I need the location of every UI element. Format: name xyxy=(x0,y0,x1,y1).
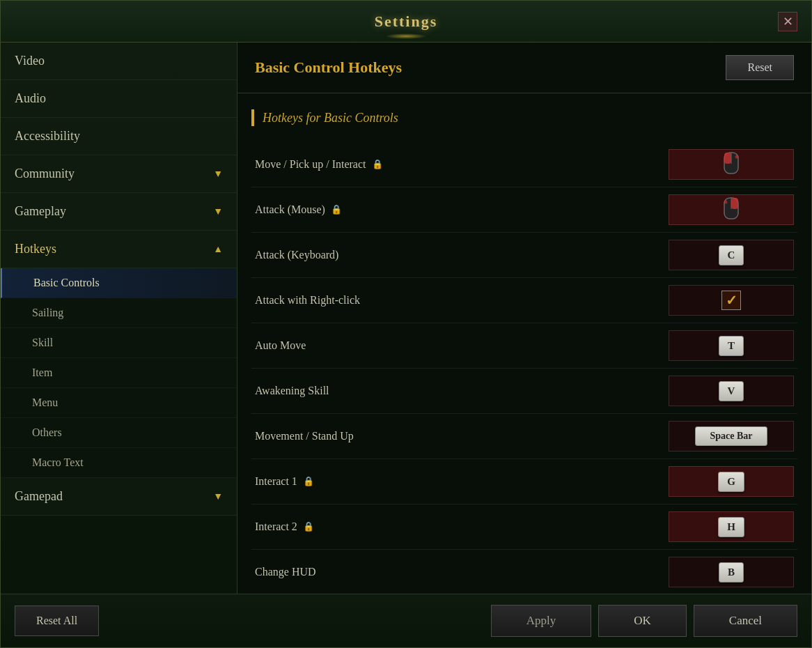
right-panel: Basic Control Hotkeys Reset Hotkeys for … xyxy=(237,43,811,594)
svg-point-7 xyxy=(724,201,728,204)
hotkey-label: Attack with Right-click xyxy=(255,294,360,307)
sub-item-label: Menu xyxy=(32,396,58,408)
reset-all-button[interactable]: Reset All xyxy=(15,605,99,636)
svg-rect-2 xyxy=(724,153,731,164)
section-header: Hotkeys for Basic Controls xyxy=(251,104,797,132)
sidebar-item-video[interactable]: Video xyxy=(1,43,237,80)
reset-button[interactable]: Reset xyxy=(726,55,794,80)
sidebar-item-label: Gameplay xyxy=(15,204,66,219)
key-badge: C xyxy=(719,245,744,265)
table-row: Auto Move T xyxy=(251,323,797,369)
cancel-button[interactable]: Cancel xyxy=(694,605,797,637)
sidebar-sub-item-menu[interactable]: Menu xyxy=(1,388,237,418)
chevron-down-icon: ▼ xyxy=(213,206,223,217)
table-row: Attack with Right-click ✓ xyxy=(251,278,797,323)
hotkey-binding[interactable] xyxy=(669,149,794,180)
sub-item-label: Sailing xyxy=(32,307,63,318)
hotkey-label: Movement / Stand Up xyxy=(255,430,354,442)
hotkey-label: Interact 1 🔒 xyxy=(255,475,314,488)
sidebar-item-label: Video xyxy=(15,54,45,68)
bottom-action-buttons: Apply OK Cancel xyxy=(491,605,797,637)
sidebar-sub-item-skill[interactable]: Skill xyxy=(1,328,237,358)
sidebar-sub-item-sailing[interactable]: Sailing xyxy=(1,298,237,328)
sidebar-item-gameplay[interactable]: Gameplay ▼ xyxy=(1,193,237,231)
lock-icon: 🔒 xyxy=(372,159,383,170)
sidebar-item-audio[interactable]: Audio xyxy=(1,80,237,118)
table-row: Attack (Mouse) 🔒 xyxy=(251,187,797,233)
mouse-right-icon xyxy=(721,196,741,223)
chevron-down-icon: ▼ xyxy=(213,491,223,502)
sidebar-item-label: Accessibility xyxy=(15,129,80,144)
sub-item-label: Others xyxy=(32,426,62,438)
sidebar-item-label: Hotkeys xyxy=(15,242,56,256)
hotkey-binding[interactable]: H xyxy=(669,511,794,542)
table-row: Interact 2 🔒 H xyxy=(251,504,797,550)
sidebar-item-label: Community xyxy=(15,167,75,181)
svg-point-3 xyxy=(735,155,739,159)
hotkey-label: Interact 2 🔒 xyxy=(255,520,314,533)
sidebar-item-gamepad[interactable]: Gamepad ▼ xyxy=(1,478,237,516)
key-badge: Space Bar xyxy=(695,426,767,446)
title-bar: Settings ✕ xyxy=(1,1,811,43)
table-row: Awakening Skill V xyxy=(251,369,797,414)
section-bar-decoration xyxy=(251,109,254,126)
svg-rect-6 xyxy=(731,198,738,209)
key-badge: V xyxy=(719,381,744,401)
key-badge: B xyxy=(719,562,744,583)
sidebar-sub-item-item[interactable]: Item xyxy=(1,358,237,388)
key-badge: H xyxy=(718,517,744,537)
checkmark-icon: ✓ xyxy=(726,292,737,309)
hotkey-label: Auto Move xyxy=(255,339,306,352)
chevron-down-icon: ▼ xyxy=(213,169,223,180)
hotkeys-content: Hotkeys for Basic Controls Move / Pick u… xyxy=(237,93,811,594)
table-row: Movement / Stand Up Space Bar xyxy=(251,414,797,459)
sub-item-label: Skill xyxy=(32,337,53,348)
panel-title: Basic Control Hotkeys xyxy=(255,59,402,77)
hotkey-label: Attack (Mouse) 🔒 xyxy=(255,203,342,216)
hotkey-binding[interactable]: T xyxy=(669,330,794,361)
hotkey-binding[interactable]: B xyxy=(669,557,794,587)
hotkey-binding[interactable]: ✓ xyxy=(669,285,794,316)
hotkey-binding[interactable]: G xyxy=(669,466,794,497)
close-button[interactable]: ✕ xyxy=(778,12,797,31)
sidebar-sub-item-basic-controls[interactable]: Basic Controls xyxy=(1,268,237,298)
sub-item-label: Item xyxy=(32,367,52,378)
sidebar-sub-item-macro-text[interactable]: Macro Text xyxy=(1,448,237,478)
hotkey-binding[interactable]: Space Bar xyxy=(669,421,794,452)
sidebar-sub-item-others[interactable]: Others xyxy=(1,418,237,448)
mouse-left-icon xyxy=(721,151,741,178)
sidebar-item-community[interactable]: Community ▼ xyxy=(1,155,237,193)
key-badge: G xyxy=(718,472,744,492)
lock-icon: 🔒 xyxy=(303,521,314,532)
hotkey-binding[interactable]: V xyxy=(669,376,794,406)
sidebar: Video Audio Accessibility Community ▼ Ga… xyxy=(1,43,237,594)
lock-icon: 🔒 xyxy=(303,476,314,487)
sidebar-item-accessibility[interactable]: Accessibility xyxy=(1,118,237,155)
checkbox-checked[interactable]: ✓ xyxy=(721,291,741,310)
table-row: Move / Pick up / Interact 🔒 xyxy=(251,142,797,187)
sub-item-label: Macro Text xyxy=(32,456,84,468)
apply-button[interactable]: Apply xyxy=(491,605,592,637)
hotkey-binding[interactable]: C xyxy=(669,240,794,270)
section-title: Hotkeys for Basic Controls xyxy=(263,111,398,125)
settings-dialog: Settings ✕ Video Audio Accessibility Com… xyxy=(0,0,812,648)
ok-button[interactable]: OK xyxy=(598,605,687,637)
panel-header: Basic Control Hotkeys Reset xyxy=(237,43,811,93)
sidebar-item-label: Gamepad xyxy=(15,489,63,504)
chevron-up-icon: ▲ xyxy=(213,244,223,255)
table-row: Attack (Keyboard) C xyxy=(251,233,797,278)
key-badge: T xyxy=(719,336,744,356)
hotkey-label: Change HUD xyxy=(255,566,316,578)
sidebar-item-label: Audio xyxy=(15,91,46,106)
hotkey-label: Attack (Keyboard) xyxy=(255,249,338,261)
table-row: Interact 1 🔒 G xyxy=(251,459,797,504)
bottom-bar: Reset All Apply OK Cancel xyxy=(1,594,811,647)
title-decoration xyxy=(385,33,427,39)
hotkey-binding[interactable] xyxy=(669,194,794,225)
sidebar-item-hotkeys[interactable]: Hotkeys ▲ xyxy=(1,231,237,268)
dialog-title: Settings xyxy=(375,13,438,31)
sub-item-label: Basic Controls xyxy=(33,277,100,288)
hotkey-label: Awakening Skill xyxy=(255,385,329,397)
main-content: Video Audio Accessibility Community ▼ Ga… xyxy=(1,43,811,594)
table-row: Change HUD B xyxy=(251,550,797,594)
